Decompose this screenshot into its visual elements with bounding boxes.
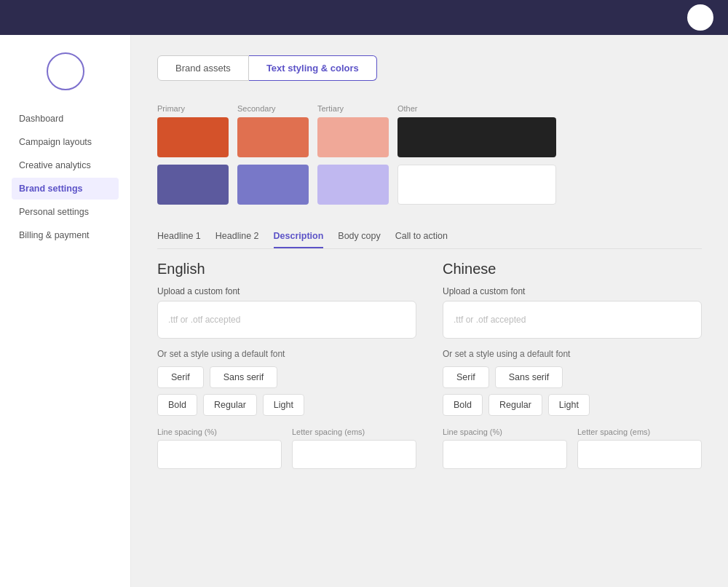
style-btn-chinese-1[interactable]: Sans serif bbox=[495, 366, 563, 388]
font-columns: English Upload a custom font .ttf or .ot… bbox=[157, 261, 702, 469]
tertiary-color-2[interactable] bbox=[317, 165, 389, 205]
weight-btn-english-0[interactable]: Bold bbox=[157, 394, 197, 416]
sidebar-item-billing-payment[interactable]: Billing & payment bbox=[12, 224, 119, 246]
sidebar-item-personal-settings[interactable]: Personal settings bbox=[12, 201, 119, 223]
font-tab-body-copy[interactable]: Body copy bbox=[338, 231, 380, 248]
weight-btn-english-1[interactable]: Regular bbox=[203, 394, 257, 416]
line-spacing-input-chinese[interactable] bbox=[443, 440, 567, 469]
topbar bbox=[0, 0, 728, 35]
secondary-color-2[interactable] bbox=[237, 165, 309, 205]
primary-color-2[interactable] bbox=[157, 165, 229, 205]
style-btn-english-1[interactable]: Sans serif bbox=[210, 366, 278, 388]
letter-spacing-input-chinese[interactable] bbox=[577, 440, 702, 469]
or-label-english: Or set a style using a default font bbox=[157, 349, 416, 359]
letter-spacing-col-english: Letter spacing (ems) bbox=[292, 428, 416, 469]
primary-label: Primary bbox=[157, 104, 185, 113]
sidebar-item-creative-analytics[interactable]: Creative analytics bbox=[12, 154, 119, 176]
upload-area-english[interactable]: .ttf or .otf accepted bbox=[157, 301, 416, 339]
font-tab-description[interactable]: Description bbox=[274, 231, 324, 248]
main-content: Brand assetsText styling & colors Primar… bbox=[131, 35, 728, 587]
upload-area-chinese[interactable]: .ttf or .otf accepted bbox=[443, 301, 702, 339]
letter-spacing-input-english[interactable] bbox=[292, 440, 416, 469]
brand-logo-area bbox=[12, 52, 119, 90]
font-col-english: English Upload a custom font .ttf or .ot… bbox=[157, 261, 416, 469]
line-spacing-col-chinese: Line spacing (%) bbox=[443, 428, 567, 469]
style-buttons-chinese: SerifSans serif bbox=[443, 366, 702, 388]
other-label: Other bbox=[397, 104, 418, 113]
weight-btn-chinese-1[interactable]: Regular bbox=[488, 394, 542, 416]
letter-spacing-label-chinese: Letter spacing (ems) bbox=[577, 428, 702, 436]
font-tab-call-to-action[interactable]: Call to action bbox=[395, 231, 448, 248]
style-buttons-english: SerifSans serif bbox=[157, 366, 416, 388]
lang-title-english: English bbox=[157, 261, 416, 277]
tab-brand-assets[interactable]: Brand assets bbox=[157, 55, 249, 81]
letter-spacing-label-english: Letter spacing (ems) bbox=[292, 428, 416, 436]
tertiary-color-1[interactable] bbox=[317, 117, 389, 157]
app-logo bbox=[687, 4, 713, 31]
sidebar-item-brand-settings[interactable]: Brand settings bbox=[12, 178, 119, 200]
upload-placeholder-english: .ttf or .otf accepted bbox=[168, 315, 240, 325]
font-tab-headline1[interactable]: Headline 1 bbox=[157, 231, 201, 248]
brand-colors-section: Primary Secondary Tertiary Other bbox=[157, 101, 702, 205]
font-col-chinese: Chinese Upload a custom font .ttf or .ot… bbox=[443, 261, 702, 469]
layout: DashboardCampaign layoutsCreative analyt… bbox=[0, 35, 728, 587]
upload-placeholder-chinese: .ttf or .otf accepted bbox=[454, 315, 526, 325]
line-spacing-col-english: Line spacing (%) bbox=[157, 428, 282, 469]
primary-color-1[interactable] bbox=[157, 117, 229, 157]
sidebar: DashboardCampaign layoutsCreative analyt… bbox=[0, 35, 131, 587]
letter-spacing-col-chinese: Letter spacing (ems) bbox=[577, 428, 702, 469]
line-spacing-label-english: Line spacing (%) bbox=[157, 428, 282, 436]
or-label-chinese: Or set a style using a default font bbox=[443, 349, 702, 359]
brand-icon bbox=[47, 52, 84, 90]
tab-text-styling-colors[interactable]: Text styling & colors bbox=[249, 55, 377, 81]
weight-btn-english-2[interactable]: Light bbox=[263, 394, 304, 416]
main-tabs: Brand assetsText styling & colors bbox=[157, 55, 702, 81]
sidebar-item-dashboard[interactable]: Dashboard bbox=[12, 108, 119, 130]
upload-label-english: Upload a custom font bbox=[157, 286, 416, 296]
upload-label-chinese: Upload a custom font bbox=[443, 286, 702, 296]
other-color-2[interactable] bbox=[397, 165, 556, 205]
font-tab-headline2[interactable]: Headline 2 bbox=[215, 231, 259, 248]
spacing-row-english: Line spacing (%) Letter spacing (ems) bbox=[157, 428, 416, 469]
weight-buttons-english: BoldRegularLight bbox=[157, 394, 416, 416]
other-color-1[interactable] bbox=[397, 117, 556, 157]
style-btn-english-0[interactable]: Serif bbox=[157, 366, 204, 388]
weight-btn-chinese-0[interactable]: Bold bbox=[443, 394, 483, 416]
secondary-label: Secondary bbox=[237, 104, 276, 113]
weight-buttons-chinese: BoldRegularLight bbox=[443, 394, 702, 416]
nav-container: DashboardCampaign layoutsCreative analyt… bbox=[12, 108, 119, 246]
line-spacing-label-chinese: Line spacing (%) bbox=[443, 428, 567, 436]
tertiary-label: Tertiary bbox=[317, 104, 344, 113]
weight-btn-chinese-2[interactable]: Light bbox=[548, 394, 590, 416]
line-spacing-input-english[interactable] bbox=[157, 440, 282, 469]
sidebar-item-campaign-layouts[interactable]: Campaign layouts bbox=[12, 131, 119, 153]
brand-fonts-section: Headline 1Headline 2DescriptionBody copy… bbox=[157, 231, 702, 469]
secondary-color-1[interactable] bbox=[237, 117, 309, 157]
spacing-row-chinese: Line spacing (%) Letter spacing (ems) bbox=[443, 428, 702, 469]
lang-title-chinese: Chinese bbox=[443, 261, 702, 277]
style-btn-chinese-0[interactable]: Serif bbox=[443, 366, 489, 388]
font-tabs: Headline 1Headline 2DescriptionBody copy… bbox=[157, 231, 702, 249]
